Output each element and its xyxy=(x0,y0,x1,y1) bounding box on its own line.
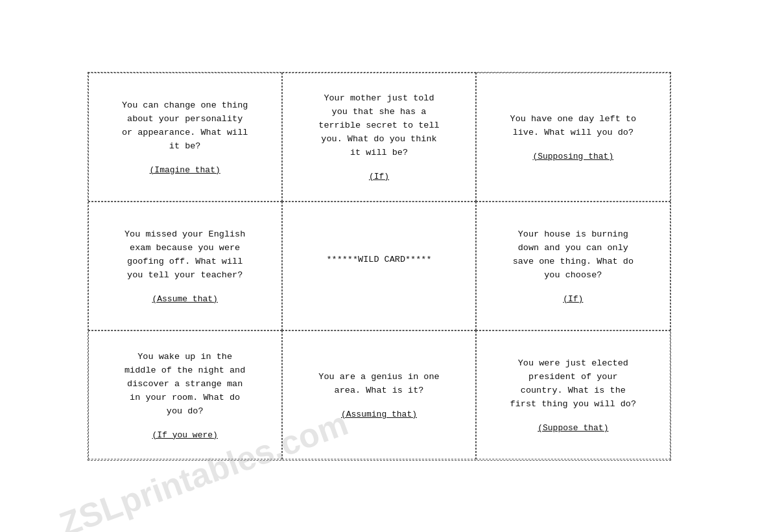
card-7-text: You wake up in the middle of the night a… xyxy=(124,351,245,419)
card-8-text: You are a genius in one area. What is it… xyxy=(318,371,439,398)
page-wrapper: ZSLprintables.com You can change one thi… xyxy=(0,0,758,532)
card-1-hint: (Imagine that) xyxy=(150,165,220,175)
card-5-text: ******WILD CARD***** xyxy=(326,253,431,267)
card-8-hint: (Assuming that) xyxy=(341,410,417,419)
card-2: Your mother just told you that she has a… xyxy=(282,73,476,202)
card-7-hint: (If you were) xyxy=(152,430,217,440)
card-1-text: You can change one thing about your pers… xyxy=(122,99,248,154)
card-3-text: You have one day left to live. What will… xyxy=(510,113,636,140)
card-9-hint: (Suppose that) xyxy=(538,423,608,433)
card-3-hint: (Supposing that) xyxy=(532,152,613,161)
card-5: ******WILD CARD***** xyxy=(282,202,476,330)
card-6: Your house is burning down and you can o… xyxy=(476,202,670,330)
card-2-text: Your mother just told you that she has a… xyxy=(318,92,439,160)
card-6-hint: (If) xyxy=(563,294,583,304)
card-4-hint: (Assume that) xyxy=(152,294,217,304)
card-4: You missed your English exam because you… xyxy=(88,202,282,330)
card-4-text: You missed your English exam because you… xyxy=(124,228,245,283)
card-8: You are a genius in one area. What is it… xyxy=(282,330,476,459)
card-1: You can change one thing about your pers… xyxy=(88,73,282,202)
card-7: You wake up in the middle of the night a… xyxy=(88,330,282,459)
card-2-hint: (If) xyxy=(369,172,389,181)
card-3: You have one day left to live. What will… xyxy=(476,73,670,202)
card-9: You were just elected president of your … xyxy=(476,330,670,459)
card-6-text: Your house is burning down and you can o… xyxy=(513,228,634,283)
card-grid: You can change one thing about your pers… xyxy=(88,72,671,461)
card-9-text: You were just elected president of your … xyxy=(510,357,636,411)
